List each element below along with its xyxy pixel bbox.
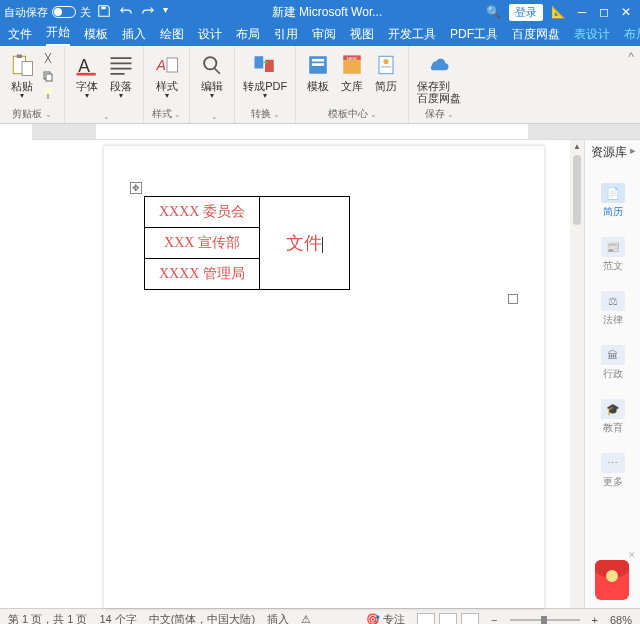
redo-icon[interactable] [141,4,155,21]
scroll-thumb[interactable] [573,155,581,225]
minimize-button[interactable]: ─ [572,5,592,19]
red-packet-close-icon[interactable]: ✕ [628,550,636,560]
svg-rect-15 [312,59,324,62]
autosave-toggle[interactable]: 自动保存 关 [4,5,91,20]
resource-pane: ▸ 资源库 📄简历 📰范文 ⚖法律 🏛行政 🎓教育 ⋯更多 ✕ [584,140,640,608]
group-clipboard: 粘贴▾ 剪贴板 [0,46,65,123]
view-buttons [417,613,479,625]
ribbon-options-icon[interactable]: 📐 [551,5,566,19]
ribbon: 粘贴▾ 剪贴板 A 字体▾ 段落▾ A 样式▾ [0,46,640,124]
library-button[interactable]: NEW 文库 [338,50,366,92]
group-label-styles: 样式 [152,107,181,121]
table-row[interactable]: XXXX 委员会 文件 [145,197,350,228]
ribbon-collapse-icon[interactable]: ^ [469,46,640,123]
svg-text:NEW: NEW [347,56,358,61]
font-button[interactable]: A 字体▾ [73,50,101,101]
zoom-out-button[interactable]: − [491,614,497,625]
zoom-slider[interactable] [510,619,580,621]
tab-insert[interactable]: 插入 [122,26,146,46]
editing-button[interactable]: 编辑▾ [198,50,226,101]
table-cell[interactable]: XXXX 管理局 [145,259,260,290]
vertical-scrollbar[interactable]: ▲ [570,140,584,608]
close-button[interactable]: ✕ [616,5,636,19]
group-styles: A 样式▾ 样式 [144,46,190,123]
table-move-handle[interactable]: ✥ [130,182,142,194]
view-read-icon[interactable] [439,613,457,625]
word-count[interactable]: 14 个字 [99,612,136,624]
group-font-para: A 字体▾ 段落▾ [65,46,144,123]
tab-developer[interactable]: 开发工具 [388,26,436,46]
svg-rect-22 [381,66,392,68]
svg-rect-6 [44,89,52,94]
table-resize-handle[interactable] [508,294,518,304]
cut-icon[interactable] [42,52,54,64]
horizontal-ruler[interactable] [32,124,640,140]
pane-item-resume[interactable]: 📄简历 [585,183,640,219]
tab-file[interactable]: 文件 [8,26,32,46]
tab-baidu[interactable]: 百度网盘 [512,26,560,46]
table-cell[interactable]: XXXX 委员会 [145,197,260,228]
maximize-button[interactable]: ◻ [594,5,614,19]
table-cell[interactable]: XXX 宣传部 [145,228,260,259]
pane-close-icon[interactable]: ▸ [630,144,636,157]
tab-design[interactable]: 设计 [198,26,222,46]
red-packet-icon[interactable] [595,560,629,600]
svg-point-11 [204,57,216,69]
tab-table-layout[interactable]: 布局 [624,26,640,46]
toggle-switch[interactable] [52,6,76,18]
login-button[interactable]: 登录 [509,4,543,21]
view-print-icon[interactable] [417,613,435,625]
undo-icon[interactable] [119,4,133,21]
svg-rect-0 [101,6,105,9]
convert-pdf-button[interactable]: 转成PDF▾ [243,50,287,101]
tab-home[interactable]: 开始 [46,24,70,46]
tab-template[interactable]: 模板 [84,26,108,46]
focus-mode[interactable]: 🎯 专注 [366,612,405,624]
paste-button[interactable]: 粘贴▾ [8,50,36,101]
resume-button[interactable]: 简历 [372,50,400,92]
copy-icon[interactable] [42,70,54,82]
pane-item-more[interactable]: ⋯更多 [585,453,640,489]
tab-view[interactable]: 视图 [350,26,374,46]
group-convert: 转成PDF▾ 转换 [235,46,296,123]
svg-rect-8 [77,73,96,76]
tab-layout[interactable]: 布局 [236,26,260,46]
document-area[interactable]: ✥ XXXX 委员会 文件 XXX 宣传部 XXXX 管理局 [12,140,570,608]
svg-rect-10 [167,58,178,72]
view-web-icon[interactable] [461,613,479,625]
tab-draw[interactable]: 绘图 [160,26,184,46]
law-icon: ⚖ [601,291,625,311]
pane-item-edu[interactable]: 🎓教育 [585,399,640,435]
svg-rect-2 [17,55,22,59]
pane-item-admin[interactable]: 🏛行政 [585,345,640,381]
insert-mode[interactable]: 插入 [267,612,289,624]
save-icon[interactable] [97,4,111,21]
more-icon: ⋯ [601,453,625,473]
tab-table-design[interactable]: 表设计 [574,26,610,46]
zoom-level[interactable]: 68% [610,614,632,625]
styles-button[interactable]: A 样式▾ [153,50,181,101]
save-to-cloud-button[interactable]: 保存到 百度网盘 [417,50,461,104]
accessibility-icon[interactable]: ⚠ [301,613,311,624]
group-label-template-center: 模板中心 [328,107,377,121]
window-controls: ─ ◻ ✕ [572,5,636,19]
tab-pdf[interactable]: PDF工具 [450,26,498,46]
pane-item-sample[interactable]: 📰范文 [585,237,640,273]
tab-references[interactable]: 引用 [274,26,298,46]
document-table[interactable]: XXXX 委员会 文件 XXX 宣传部 XXXX 管理局 [144,196,350,290]
pane-item-law[interactable]: ⚖法律 [585,291,640,327]
svg-rect-12 [255,56,264,68]
autosave-state: 关 [80,5,91,20]
vertical-ruler[interactable] [0,140,12,608]
title-bar: 自动保存 关 ▾ 新建 Microsoft Wor... 🔍 登录 📐 ─ ◻ … [0,0,640,24]
format-painter-icon[interactable] [42,88,54,100]
template-button[interactable]: 模板 [304,50,332,92]
scroll-up-icon[interactable]: ▲ [573,142,581,151]
zoom-in-button[interactable]: + [592,614,598,625]
table-cell-merged[interactable]: 文件 [259,197,349,290]
language[interactable]: 中文(简体，中国大陆) [149,612,255,624]
tab-review[interactable]: 审阅 [312,26,336,46]
search-icon[interactable]: 🔍 [486,5,501,19]
paragraph-button[interactable]: 段落▾ [107,50,135,101]
page-info[interactable]: 第 1 页，共 1 页 [8,612,87,624]
